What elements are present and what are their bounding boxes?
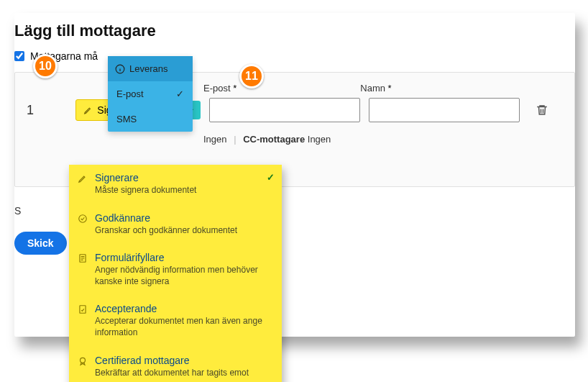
send-button[interactable]: Skick [14, 232, 67, 255]
role-option-formular[interactable]: FormulärifyllareAnger nödvändig informat… [69, 245, 282, 296]
role-option-desc: Granskar och godkänner dokumentet [95, 225, 237, 237]
accept-icon [78, 303, 88, 338]
role-option-cert[interactable]: Certifierad mottagareBekräftar att dokum… [69, 347, 282, 382]
cc-value2: Ingen [308, 134, 331, 145]
role-option-desc: Måste signera dokumentet [95, 185, 196, 196]
delete-recipient-button[interactable] [536, 104, 548, 117]
delivery-option-sms[interactable]: SMS [108, 106, 193, 132]
role-option-title: Godkännare [95, 212, 237, 224]
svg-rect-3 [80, 306, 86, 314]
role-dropdown[interactable]: SignerareMåste signera dokumentet ✓ Godk… [69, 165, 282, 382]
role-option-title: Formulärifyllare [95, 252, 273, 263]
role-option-desc: Accepterar dokumentet men kan även ange … [95, 316, 273, 338]
role-option-signerare[interactable]: SignerareMåste signera dokumentet ✓ [69, 165, 282, 205]
delivery-option-epost[interactable]: E-post ✓ [108, 81, 193, 106]
pen-icon [78, 172, 88, 196]
approve-icon [78, 212, 88, 237]
recipients-order-checkbox[interactable] [14, 51, 24, 61]
role-option-title: Signerare [95, 172, 196, 183]
trash-icon [536, 104, 548, 117]
cc-row: Ingen | CC-mottagare Ingen [203, 134, 564, 145]
pen-icon [83, 105, 93, 115]
info-icon [115, 64, 125, 74]
recipient-index: 1 [25, 103, 35, 118]
delivery-dropdown[interactable]: Leverans E-post ✓ SMS [108, 56, 193, 132]
email-label: E-post * [203, 83, 236, 94]
form-icon [78, 252, 88, 287]
role-option-accepter[interactable]: AccepterandeAccepterar dokumentet men ka… [69, 296, 282, 347]
cc-value: Ingen [203, 134, 227, 145]
callout-11: 11 [239, 64, 264, 88]
svg-point-4 [81, 358, 86, 363]
check-icon: ✓ [267, 172, 275, 183]
delivery-dropdown-header: Leverans [108, 56, 193, 81]
delivery-option-label: E-post [116, 88, 144, 99]
name-field[interactable] [369, 98, 520, 122]
callout-10: 10 [33, 54, 58, 78]
delivery-option-label: SMS [116, 114, 137, 124]
add-recipient-label: S [14, 205, 21, 217]
role-option-title: Accepterande [95, 303, 273, 314]
cc-label[interactable]: CC-mottagare [243, 134, 305, 145]
role-option-title: Certifierad mottagare [95, 355, 249, 366]
delivery-header-label: Leverans [129, 63, 167, 74]
certified-icon [78, 355, 88, 379]
role-option-desc: Anger nödvändig information men behöver … [95, 265, 273, 287]
email-field[interactable] [209, 98, 360, 122]
svg-point-1 [79, 214, 87, 222]
page-title: Lägg till mottagare [14, 22, 575, 40]
name-label: Namn * [360, 83, 391, 94]
role-option-godkannare[interactable]: GodkännareGranskar och godkänner dokumen… [69, 205, 282, 245]
role-option-desc: Bekräftar att dokumentet har tagits emot [95, 368, 249, 379]
check-icon: ✓ [176, 88, 184, 99]
